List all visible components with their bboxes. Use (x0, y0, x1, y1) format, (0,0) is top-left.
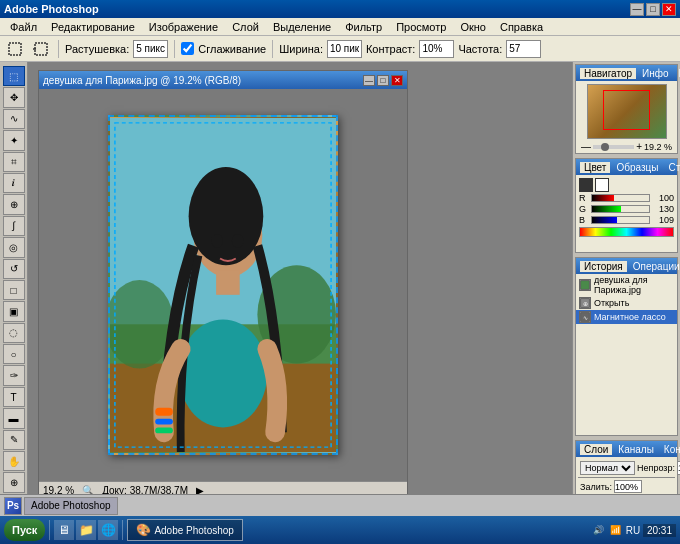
magic-wand-tool[interactable]: ✦ (3, 130, 25, 150)
tab-navigator[interactable]: Навигатор (580, 68, 636, 79)
menu-window[interactable]: Окно (454, 20, 492, 34)
color-spectrum[interactable] (579, 227, 674, 237)
contrast-input[interactable] (419, 40, 454, 58)
history-item-1[interactable]: ⊕ Открыть (576, 296, 677, 310)
navigator-panel-header: Навигатор Инфо Гистограмма (576, 65, 677, 81)
healing-tool[interactable]: ⊕ (3, 194, 25, 214)
lasso-tool[interactable]: ∿ (3, 109, 25, 129)
text-tool[interactable]: T (3, 387, 25, 407)
tab-history[interactable]: История (580, 261, 627, 272)
document-content[interactable] (39, 89, 407, 481)
history-item-0[interactable]: девушка для Парижа.jpg (576, 274, 677, 296)
tab-color[interactable]: Цвет (580, 162, 610, 173)
ps-taskbar-item[interactable]: Adobe Photoshop (24, 497, 118, 515)
freq-input[interactable] (506, 40, 541, 58)
width-input[interactable] (327, 40, 362, 58)
main-area: ⬚ ✥ ∿ ✦ ⌗ 𝒊 ⊕ ∫ ◎ ↺ □ ▣ ◌ ○ ✑ T ▬ ✎ ✋ ⊕ … (0, 62, 680, 522)
tray-lang[interactable]: RU (626, 523, 640, 537)
maximize-button[interactable]: □ (646, 3, 660, 16)
rast-input[interactable] (133, 40, 168, 58)
close-button[interactable]: ✕ (662, 3, 676, 16)
menu-select[interactable]: Выделение (267, 20, 337, 34)
menu-edit[interactable]: Редактирование (45, 20, 141, 34)
menu-file[interactable]: Файл (4, 20, 43, 34)
zoom-slider[interactable] (593, 145, 634, 149)
channel-b-bar[interactable] (591, 216, 650, 224)
foreground-swatch[interactable] (579, 178, 593, 192)
photo-canvas[interactable] (108, 115, 338, 455)
background-swatch[interactable] (595, 178, 609, 192)
crop-tool[interactable]: ⌗ (3, 152, 25, 172)
menu-layer[interactable]: Слой (226, 20, 265, 34)
doc-close-button[interactable]: ✕ (391, 75, 403, 86)
navigator-preview[interactable] (587, 84, 667, 139)
tab-layers[interactable]: Слои (580, 444, 612, 455)
channel-r-bar[interactable] (591, 194, 650, 202)
ps-taskbar-icon[interactable]: Ps (4, 497, 22, 515)
navigator-view-box[interactable] (603, 90, 650, 130)
svg-point-8 (179, 319, 267, 427)
taskbar-icon-2[interactable]: 📁 (76, 520, 96, 540)
menu-view[interactable]: Просмотр (390, 20, 452, 34)
gradient-tool[interactable]: ▣ (3, 301, 25, 321)
svg-rect-13 (216, 270, 240, 295)
zoom-thumb[interactable] (601, 143, 609, 151)
tray-volume-icon[interactable]: 📶 (609, 523, 623, 537)
tab-channels[interactable]: Каналы (614, 444, 658, 455)
zoom-in-icon[interactable]: + (636, 141, 642, 152)
marquee-tool[interactable]: ⬚ (3, 66, 25, 86)
svg-text:⊕: ⊕ (583, 301, 588, 307)
tab-info[interactable]: Инфо (638, 68, 673, 79)
history-item-2[interactable]: ∿ Магнитное лассо (576, 310, 677, 324)
tab-paths[interactable]: Контуры (660, 444, 680, 455)
shape-tool[interactable]: ▬ (3, 408, 25, 428)
eraser-tool[interactable]: □ (3, 280, 25, 300)
app-title: Adobe Photoshop (4, 3, 99, 15)
tab-histogram[interactable]: Гистограмма (675, 68, 680, 79)
menu-filter[interactable]: Фильтр (339, 20, 388, 34)
taskbar-separator (49, 520, 50, 540)
channel-r-label: R (579, 193, 589, 203)
menu-image[interactable]: Изображение (143, 20, 224, 34)
tool-option-1[interactable] (4, 38, 26, 60)
taskbar-ps-item[interactable]: 🎨 Adobe Photoshop (127, 519, 243, 541)
hand-tool[interactable]: ✋ (3, 451, 25, 471)
fill-input[interactable] (614, 480, 642, 493)
tab-styles[interactable]: Стили (664, 162, 680, 173)
blend-mode-select[interactable]: Нормальный (580, 461, 635, 475)
doc-maximize-button[interactable]: □ (377, 75, 389, 86)
menu-bar: Файл Редактирование Изображение Слой Выд… (0, 18, 680, 36)
eyedropper-tool[interactable]: 𝒊 (3, 173, 25, 193)
menu-help[interactable]: Справка (494, 20, 549, 34)
navigator-zoom-row: — + 19.2 % (579, 139, 674, 154)
opacity-label: Непрозр: (637, 463, 675, 473)
lock-label: Залить: (580, 482, 612, 492)
tray-network-icon[interactable]: 🔊 (592, 523, 606, 537)
minimize-button[interactable]: — (630, 3, 644, 16)
channel-b-fill (592, 217, 617, 223)
tool-option-2[interactable] (30, 38, 52, 60)
start-button[interactable]: Пуск (4, 519, 45, 541)
zoom-out-icon[interactable]: — (581, 141, 591, 152)
canvas-area[interactable]: девушка для Парижа.jpg @ 19.2% (RGB/8) —… (28, 62, 572, 522)
antialias-checkbox[interactable] (181, 42, 194, 55)
taskbar-icon-1[interactable]: 🖥 (54, 520, 74, 540)
color-panel: Цвет Образцы Стили R 100 G (575, 158, 678, 253)
clone-tool[interactable]: ◎ (3, 237, 25, 257)
tab-actions[interactable]: Операции (629, 261, 680, 272)
taskbar-left: Пуск 🖥 📁 🌐 🎨 Adobe Photoshop (4, 519, 243, 541)
blur-tool[interactable]: ◌ (3, 323, 25, 343)
dodge-tool[interactable]: ○ (3, 344, 25, 364)
tab-swatches[interactable]: Образцы (612, 162, 662, 173)
notes-tool[interactable]: ✎ (3, 430, 25, 450)
doc-minimize-button[interactable]: — (363, 75, 375, 86)
move-tool[interactable]: ✥ (3, 87, 25, 107)
brush-tool[interactable]: ∫ (3, 216, 25, 236)
zoom-tool[interactable]: ⊕ (3, 472, 25, 492)
taskbar-icon-3[interactable]: 🌐 (98, 520, 118, 540)
history-brush[interactable]: ↺ (3, 259, 25, 279)
channel-g-bar[interactable] (591, 205, 650, 213)
separator-3 (272, 40, 273, 58)
path-tool[interactable]: ✑ (3, 365, 25, 385)
left-toolbar: ⬚ ✥ ∿ ✦ ⌗ 𝒊 ⊕ ∫ ◎ ↺ □ ▣ ◌ ○ ✑ T ▬ ✎ ✋ ⊕ (0, 62, 28, 522)
